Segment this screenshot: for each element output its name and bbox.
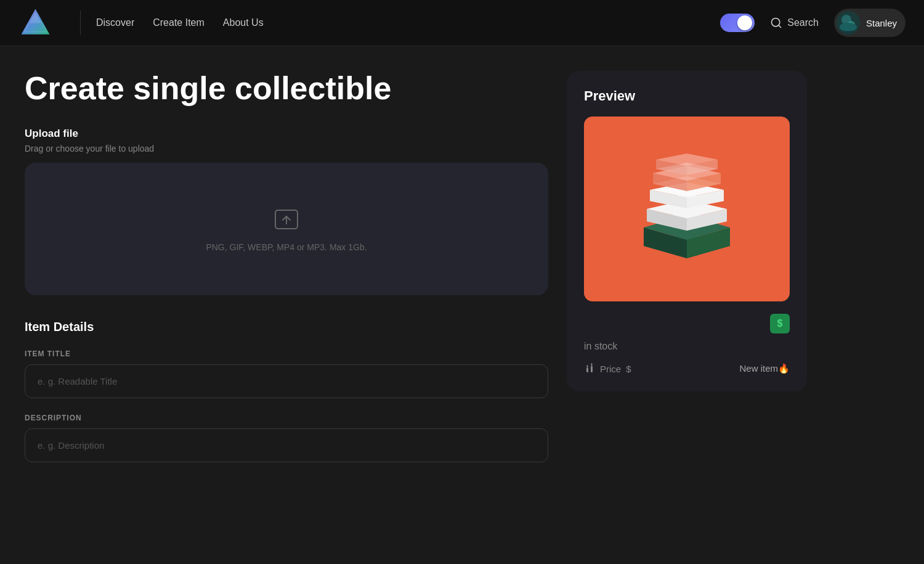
upload-sublabel: Drag or choose your file to upload <box>25 144 548 153</box>
price-badge-symbol: $ <box>777 318 783 329</box>
price-label: Price <box>600 364 621 374</box>
item-title-label: ITEM TITLE <box>25 349 548 358</box>
upload-section: Upload file Drag or choose your file to … <box>25 128 548 295</box>
candle-icon <box>584 363 595 374</box>
nav-about-us[interactable]: About Us <box>223 17 264 28</box>
toggle-knob <box>737 15 752 30</box>
svg-point-5 <box>837 11 860 35</box>
upload-hint: PNG, GIF, WEBP, MP4 or MP3. Max 1Gb. <box>206 242 367 252</box>
page-title: Create single collectible <box>25 71 548 106</box>
preview-title: Preview <box>584 88 790 104</box>
username-label: Stanley <box>866 18 897 28</box>
nav-links: Discover Create Item About Us <box>96 17 264 28</box>
preview-image <box>584 116 790 301</box>
price-badge: $ <box>770 314 790 333</box>
dark-mode-toggle[interactable] <box>720 14 755 32</box>
navbar: Discover Create Item About Us Search <box>0 0 924 46</box>
upload-label: Upload file <box>25 128 548 140</box>
nav-right: Search Stanley <box>720 9 906 37</box>
item-title-input[interactable] <box>25 364 548 398</box>
price-icon <box>584 363 595 374</box>
price-area: Price $ <box>584 363 631 374</box>
nav-discover[interactable]: Discover <box>96 17 134 28</box>
search-label: Search <box>787 17 819 28</box>
nav-create-item[interactable]: Create Item <box>153 17 205 28</box>
preview-card: Preview <box>567 71 807 391</box>
svg-line-4 <box>779 25 781 28</box>
svg-point-36 <box>591 364 593 365</box>
main-content: Create single collectible Upload file Dr… <box>0 46 924 521</box>
logo-area[interactable] <box>18 6 52 40</box>
svg-point-8 <box>841 23 847 29</box>
left-panel: Create single collectible Upload file Dr… <box>25 71 548 496</box>
preview-footer: Price $ New item🔥 <box>584 363 790 374</box>
layers-illustration <box>616 138 758 280</box>
svg-point-9 <box>843 25 855 32</box>
svg-point-7 <box>848 21 855 28</box>
svg-rect-32 <box>591 366 593 372</box>
avatar <box>837 11 860 35</box>
svg-point-35 <box>587 366 588 367</box>
svg-point-6 <box>841 15 851 25</box>
new-item-label: New item🔥 <box>739 363 790 374</box>
nav-divider <box>80 10 81 35</box>
user-area[interactable]: Stanley <box>834 9 906 37</box>
upload-dropzone[interactable]: PNG, GIF, WEBP, MP4 or MP3. Max 1Gb. <box>25 163 548 295</box>
description-input[interactable] <box>25 428 548 462</box>
price-value: $ <box>626 364 631 374</box>
logo-icon <box>18 6 52 40</box>
item-details-title: Item Details <box>25 320 548 334</box>
svg-rect-31 <box>586 368 588 372</box>
search-icon <box>770 17 782 29</box>
upload-icon <box>273 206 300 234</box>
description-label: DESCRIPTION <box>25 414 548 422</box>
item-details-section: Item Details ITEM TITLE DESCRIPTION <box>25 320 548 478</box>
right-panel: Preview <box>567 71 807 496</box>
in-stock-label: in stock <box>584 341 790 352</box>
search-area[interactable]: Search <box>770 17 819 29</box>
